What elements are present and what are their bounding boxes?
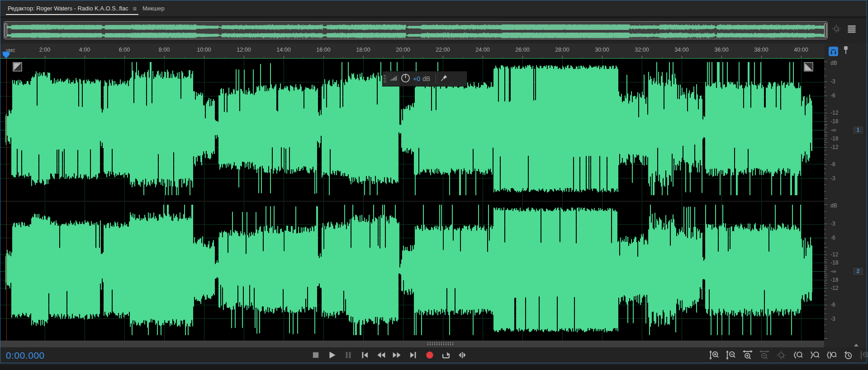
hud-drag-grip[interactable] (383, 72, 387, 86)
ruler-time-label: 28:00 (555, 47, 569, 53)
db-scale-tick (824, 91, 826, 92)
playhead-marker[interactable] (2, 51, 10, 59)
db-scale-tick (824, 272, 826, 272)
db-scale-tick (824, 267, 827, 268)
play-icon (327, 350, 337, 360)
timecode-display[interactable]: 0:00.000 (6, 350, 45, 361)
ruler-time-label: 18:00 (356, 47, 370, 53)
play-button[interactable] (326, 349, 338, 361)
skip-to-start-button[interactable] (359, 349, 370, 361)
overview-left-handle[interactable] (5, 23, 7, 38)
pause-button[interactable] (342, 349, 354, 361)
db-scale-label: -12 (830, 251, 838, 258)
status-bar: 0:00.000 (0, 347, 867, 365)
zoom-to-playhead-button[interactable] (842, 349, 854, 361)
db-scale-tick (824, 144, 826, 145)
zoom-in-at-out-point-button[interactable] (809, 349, 821, 361)
db-scale-tick (824, 140, 826, 141)
zoom-out-amplitude-icon (726, 350, 736, 360)
zoom-out-time-button[interactable] (759, 349, 770, 361)
gain-value[interactable]: +0 (413, 75, 420, 82)
scroll-up-arrow-icon[interactable] (854, 344, 859, 346)
db-scale-tick (824, 121, 827, 122)
overview-waveform (5, 22, 826, 38)
horizontal-scrollbar[interactable] (0, 341, 824, 347)
db-scale-tick (824, 168, 826, 169)
db-scale-tick (824, 184, 826, 185)
waveform-display[interactable] (0, 59, 824, 341)
hud-pin-icon[interactable] (440, 74, 448, 84)
db-scale-tick (824, 110, 826, 110)
db-scale-tick (824, 118, 827, 118)
hud-levels-icon (390, 74, 398, 83)
tab-editor[interactable]: Редактор: Roger Waters - Radio K.A.O.S..… (3, 0, 141, 16)
zoom-reset-icon[interactable] (831, 24, 841, 36)
zoom-to-selection-button[interactable] (825, 349, 837, 361)
db-scale-tick (824, 211, 826, 212)
overview-right-handle[interactable] (824, 23, 827, 38)
fade-out-handle[interactable] (804, 62, 813, 72)
headphones-icon (830, 48, 837, 55)
timeline-ruler[interactable]: чмс 2:004:006:008:0010:0012:0014:0016:00… (0, 43, 824, 59)
zoom-out-full-button[interactable] (775, 349, 787, 361)
zoom-in-at-in-point-icon (792, 350, 803, 360)
waveform-path (5, 205, 812, 335)
zoom-vertical-button[interactable] (859, 349, 868, 361)
skip-to-end-icon (408, 350, 418, 360)
db-scale-tick (824, 150, 826, 151)
waveform-channel-2[interactable] (5, 202, 812, 341)
ruler-time-label: 36:00 (714, 47, 728, 53)
db-scale-tick (824, 101, 826, 101)
channel-badge-1[interactable]: 1 (852, 125, 864, 135)
scrollbar-grip[interactable] (427, 342, 453, 346)
transport-controls (310, 349, 468, 361)
display-layers-icon[interactable] (847, 24, 857, 36)
ruler-time-label: 4:00 (79, 47, 90, 53)
db-scale-label: -18 (830, 118, 838, 125)
playhead-line (6, 59, 7, 341)
stop-button[interactable] (310, 349, 322, 361)
db-scale-tick (824, 82, 827, 82)
fade-in-handle[interactable] (13, 62, 22, 72)
ruler-time-label: 22:00 (436, 47, 450, 53)
db-scale-tick (824, 251, 826, 252)
db-scale-tick (824, 269, 827, 269)
db-scale-tick (824, 243, 826, 244)
skip-to-end-button[interactable] (408, 349, 419, 361)
rewind-button[interactable] (375, 349, 387, 361)
zoom-in-time-button[interactable] (742, 349, 754, 361)
overview-navigator[interactable] (4, 21, 828, 39)
channel-badge-2[interactable]: 2 (852, 267, 864, 276)
monitor-headphones-button[interactable] (829, 47, 838, 56)
db-scale-tick (824, 257, 826, 258)
zoom-controls (708, 349, 868, 361)
db-scale-label: -6 (830, 161, 835, 168)
record-button[interactable] (424, 349, 436, 361)
ruler-time-label: 30:00 (595, 47, 609, 53)
db-scale-label: -∞ (830, 127, 836, 133)
fast-forward-button[interactable] (391, 349, 403, 361)
db-scale-label: -12 (830, 144, 838, 150)
db-scale-tick (824, 238, 827, 238)
zoom-in-amplitude-button[interactable] (708, 349, 720, 361)
skip-to-start-icon (360, 350, 370, 360)
gain-knob[interactable] (401, 73, 410, 85)
ruler-time-label: 10:00 (197, 47, 211, 53)
zoom-in-time-icon (742, 350, 753, 360)
db-scale-tick (824, 128, 827, 128)
tab-mixer[interactable]: Микшер (136, 0, 171, 16)
marker-tool-icon[interactable] (842, 45, 850, 57)
waveform-path (5, 24, 826, 30)
hud-separator (436, 74, 436, 83)
db-scale-tick (824, 154, 827, 155)
loop-playback-button[interactable] (440, 349, 452, 361)
zoom-out-amplitude-button[interactable] (725, 349, 737, 361)
gain-hud[interactable]: +0 dB (382, 71, 467, 86)
db-scale-label: -6 (830, 302, 835, 308)
tab-mixer-label: Микшер (142, 5, 165, 12)
db-scale-label: -18 (830, 135, 838, 142)
db-scale-label: -3 (830, 221, 835, 227)
zoom-in-at-in-point-button[interactable] (792, 349, 804, 361)
db-scale-label: -6 (830, 235, 835, 241)
skip-selection-button[interactable] (456, 349, 468, 361)
